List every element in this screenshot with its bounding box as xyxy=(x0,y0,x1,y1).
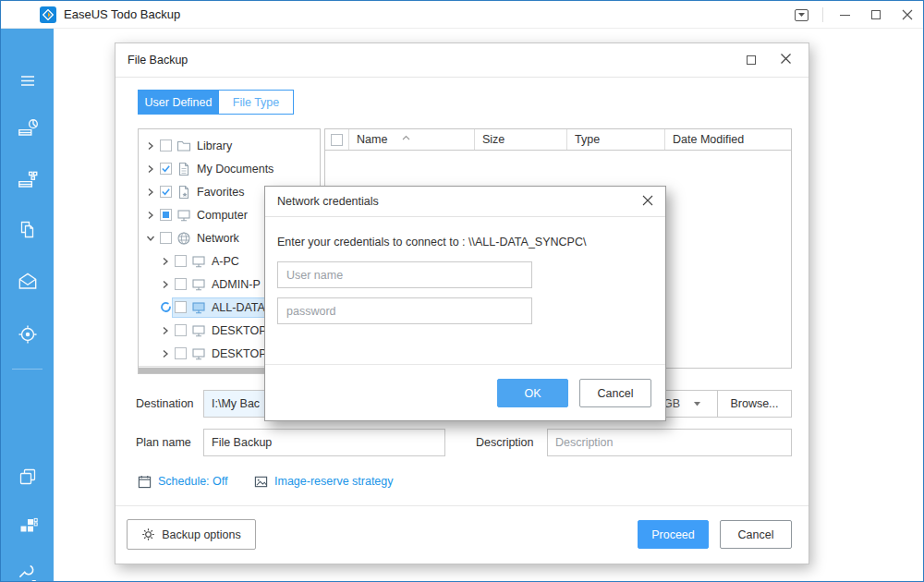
minimize-icon xyxy=(840,15,850,16)
tools-icon xyxy=(17,515,39,537)
schedule-link[interactable]: Schedule: Off xyxy=(138,473,228,490)
column-header-date-modified[interactable]: Date Modified xyxy=(665,129,791,150)
dialog-maximize-button[interactable] xyxy=(747,55,756,65)
chevron-right-icon[interactable] xyxy=(144,164,157,174)
titlebar-separator xyxy=(822,7,823,22)
window-menu-button[interactable] xyxy=(785,1,817,29)
mail-backup-icon xyxy=(16,270,40,294)
plan-name-label: Plan name xyxy=(136,429,191,456)
more-tools-icon xyxy=(16,563,40,582)
chevron-right-icon[interactable] xyxy=(159,326,172,335)
checkbox-unchecked[interactable] xyxy=(175,255,187,267)
dialog-close-button[interactable] xyxy=(780,53,792,67)
sidebar-item-file-backup[interactable] xyxy=(1,212,54,249)
modal-title: Network credentials xyxy=(277,187,379,217)
sidebar-item-system-backup[interactable] xyxy=(1,162,54,199)
username-input[interactable] xyxy=(277,261,532,288)
close-icon xyxy=(902,9,913,20)
plan-name-input[interactable] xyxy=(203,429,445,456)
dialog-title: File Backup xyxy=(128,43,188,78)
clone-icon xyxy=(17,466,39,488)
sidebar xyxy=(1,29,54,582)
checkbox-unchecked[interactable] xyxy=(175,324,187,336)
folder-icon xyxy=(176,139,191,153)
browse-button[interactable]: Browse... xyxy=(717,390,792,418)
chevron-down-icon xyxy=(693,401,701,406)
gear-icon xyxy=(141,527,155,541)
image-reserve-strategy-link[interactable]: Image-reserve strategy xyxy=(254,473,394,490)
checkbox-unchecked[interactable] xyxy=(175,278,187,290)
computer-icon xyxy=(191,254,206,269)
tab-bar: User Defined File Type xyxy=(138,90,294,115)
tree-item-my-documents[interactable]: My Documents xyxy=(139,157,320,180)
checkbox-unchecked[interactable] xyxy=(160,232,172,244)
tree-item-library[interactable]: Library xyxy=(139,134,320,157)
column-header-type[interactable]: Type xyxy=(567,129,665,150)
description-label: Description xyxy=(476,429,534,456)
chevron-right-icon[interactable] xyxy=(159,257,172,266)
checkbox-unchecked[interactable] xyxy=(175,301,187,313)
chevron-right-icon[interactable] xyxy=(144,141,157,151)
computer-icon xyxy=(191,346,206,361)
sidebar-item-smart-backup[interactable] xyxy=(1,316,54,353)
sidebar-item-tools[interactable] xyxy=(1,507,54,544)
sidebar-item-more-tools[interactable] xyxy=(1,556,54,582)
password-input[interactable] xyxy=(277,297,532,324)
smart-backup-icon xyxy=(16,322,40,346)
maximize-button[interactable] xyxy=(860,1,892,29)
chevron-right-icon[interactable] xyxy=(144,211,157,220)
sidebar-item-clone[interactable] xyxy=(1,458,54,495)
select-all-checkbox[interactable] xyxy=(331,134,343,146)
sidebar-divider xyxy=(12,369,43,370)
sort-ascending-icon xyxy=(402,130,410,143)
minimize-button[interactable] xyxy=(829,1,860,29)
network-credentials-modal: Network credentials Enter your credentia… xyxy=(264,186,666,421)
dialog-titlebar: File Backup xyxy=(116,43,808,78)
menu-icon xyxy=(17,69,39,91)
header-checkbox-cell xyxy=(325,129,349,150)
tab-user-defined[interactable]: User Defined xyxy=(138,90,219,115)
column-header-size[interactable]: Size xyxy=(475,129,567,150)
computer-icon xyxy=(191,323,206,338)
app-titlebar: EaseUS Todo Backup xyxy=(1,1,923,29)
ok-button[interactable]: OK xyxy=(497,379,568,407)
window-menu-icon xyxy=(795,9,808,21)
destination-label: Destination xyxy=(136,390,194,418)
table-header: Name Size Type Date Modified xyxy=(325,129,791,151)
checkbox-checked[interactable] xyxy=(160,163,172,175)
checkbox-unchecked[interactable] xyxy=(160,139,172,152)
modal-close-button[interactable] xyxy=(642,195,653,209)
footer-divider xyxy=(116,505,808,506)
disk-backup-icon xyxy=(16,116,40,140)
chevron-right-icon[interactable] xyxy=(144,188,157,197)
sidebar-item-mail-backup[interactable] xyxy=(1,263,54,300)
checkbox-checked[interactable] xyxy=(160,186,172,198)
modal-close-icon xyxy=(642,195,653,206)
column-header-name[interactable]: Name xyxy=(349,129,475,150)
checkbox-unchecked[interactable] xyxy=(175,347,187,359)
calendar-icon xyxy=(138,475,152,489)
backup-options-button[interactable]: Backup options xyxy=(127,519,256,550)
modal-titlebar: Network credentials xyxy=(265,187,665,217)
dialog-cancel-button[interactable]: Cancel xyxy=(720,520,792,549)
tab-file-type[interactable]: File Type xyxy=(219,90,294,115)
proceed-button[interactable]: Proceed xyxy=(638,520,709,549)
chevron-right-icon[interactable] xyxy=(159,280,172,289)
file-backup-icon xyxy=(17,219,39,241)
maximize-icon xyxy=(871,10,881,19)
sidebar-item-disk-backup[interactable] xyxy=(1,110,54,147)
modal-cancel-button[interactable]: Cancel xyxy=(579,379,651,407)
dialog-close-icon xyxy=(780,53,792,65)
sidebar-item-menu[interactable] xyxy=(1,62,54,99)
credentials-message: Enter your credentials to connect to : \… xyxy=(277,236,586,249)
image-icon xyxy=(254,475,268,489)
chevron-right-icon[interactable] xyxy=(159,349,172,358)
easeus-logo-icon xyxy=(40,6,56,23)
chevron-down-icon[interactable] xyxy=(144,234,157,243)
modal-footer-divider xyxy=(265,364,665,365)
checkbox-partial[interactable] xyxy=(160,209,172,221)
document-icon xyxy=(176,162,191,176)
loading-spinner-icon xyxy=(159,301,172,313)
description-input[interactable] xyxy=(547,429,792,456)
close-button[interactable] xyxy=(892,1,923,29)
